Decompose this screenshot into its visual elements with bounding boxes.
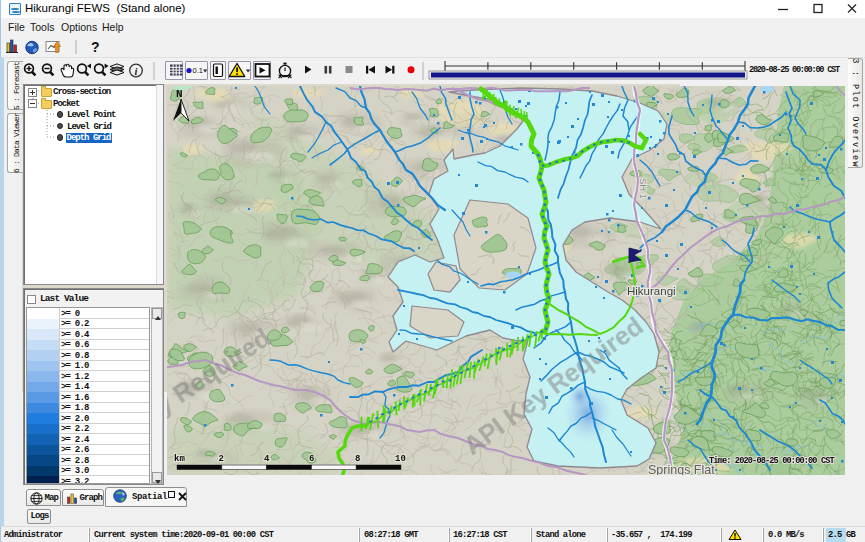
svg-text:Springs Flat: Springs Flat <box>648 463 715 475</box>
svg-text:0.1: 0.1 <box>193 66 203 75</box>
svg-text:?: ? <box>91 39 100 55</box>
svg-text:N: N <box>176 88 183 100</box>
svg-text:10: 10 <box>395 454 406 464</box>
svg-text:km: km <box>174 454 185 464</box>
svg-text:2: 2 <box>219 454 224 464</box>
svg-text:Hikurangi: Hikurangi <box>627 285 676 297</box>
svg-text:4: 4 <box>264 454 270 464</box>
svg-text:SH 1: SH 1 <box>638 178 649 199</box>
svg-text:i: i <box>135 66 138 77</box>
svg-text:6: 6 <box>309 454 314 464</box>
svg-text:Time: 2020-08-25 00:00:00 CST: Time: 2020-08-25 00:00:00 CST <box>709 456 835 466</box>
svg-text:8: 8 <box>355 454 360 464</box>
